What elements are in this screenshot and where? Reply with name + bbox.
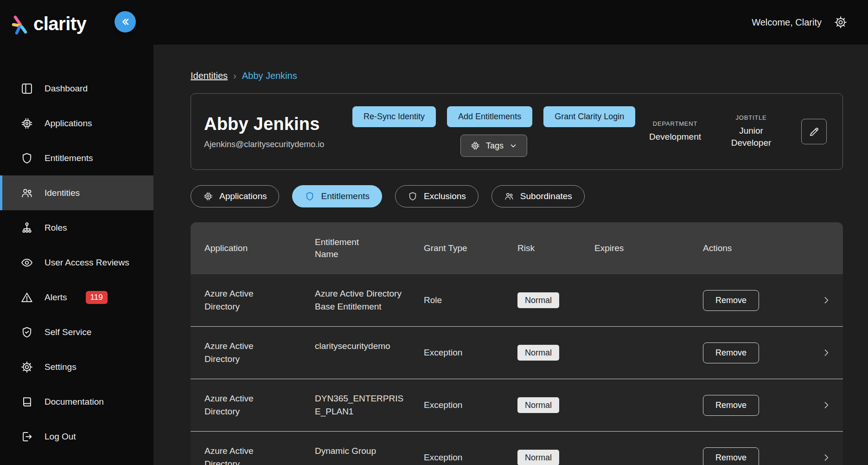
risk-badge: Normal: [517, 397, 559, 413]
col-header-entitlement-name: Entitlement Name: [315, 236, 380, 260]
col-header-risk: Risk: [517, 242, 594, 254]
remove-button[interactable]: Remove: [703, 447, 759, 465]
cell-risk: Normal: [517, 345, 594, 361]
chevron-right-icon[interactable]: [822, 348, 831, 357]
cell-entitlement-name: claritysecuritydemo: [315, 340, 408, 366]
detail-tabs: Applications Entitlements Exclusions: [191, 185, 843, 207]
cell-grant-type: Role: [424, 294, 517, 307]
breadcrumb-current: Abby Jenkins: [242, 71, 297, 81]
table-header-row: Application Entitlement Name Grant Type …: [191, 222, 843, 274]
sidebar-item-label: Entitlements: [45, 153, 93, 163]
cell-risk: Normal: [517, 450, 594, 465]
sidebar-item-label: User Access Reviews: [45, 258, 129, 268]
sidebar-item-label: Dashboard: [45, 84, 88, 94]
sidebar-item-label: Self Service: [45, 327, 91, 337]
shield-icon: [305, 191, 315, 201]
sidebar-item-documentation[interactable]: Documentation: [0, 384, 153, 419]
alerts-count-badge: 119: [86, 291, 108, 304]
identity-block: Abby Jenkins Ajenkins@claritysecuritydem…: [204, 114, 352, 149]
chevron-right-icon[interactable]: [822, 400, 831, 410]
sidebar-item-label: Roles: [45, 223, 67, 233]
table-row[interactable]: Azure Active Directory Azure Active Dire…: [191, 274, 843, 326]
cell-risk: Normal: [517, 397, 594, 413]
sidebar-item-roles[interactable]: Roles: [0, 210, 153, 245]
sidebar-item-settings[interactable]: Settings: [0, 349, 153, 384]
cell-grant-type: Exception: [424, 451, 517, 464]
cell-risk: Normal: [517, 292, 594, 308]
edit-identity-button[interactable]: [801, 119, 827, 144]
tab-label: Entitlements: [321, 191, 370, 201]
tab-label: Applications: [219, 191, 267, 201]
brand-logo-icon: [10, 12, 32, 35]
grant-clarity-login-button[interactable]: Grant Clarity Login: [543, 106, 635, 127]
sidebar-nav: Dashboard Applications Entitlements: [0, 71, 153, 454]
add-entitlements-button[interactable]: Add Entitlements: [447, 106, 532, 127]
department-block: DEPARTMENT Development: [649, 120, 701, 143]
chevron-right-icon[interactable]: [822, 296, 831, 305]
sidebar-item-label: Log Out: [45, 432, 76, 442]
settings-gear-icon[interactable]: [834, 15, 848, 29]
sidebar-item-applications[interactable]: Applications: [0, 106, 153, 141]
identity-name: Abby Jenkins: [204, 114, 352, 134]
department-label: DEPARTMENT: [649, 120, 701, 127]
dashboard-icon: [20, 82, 33, 95]
cell-grant-type: Exception: [424, 346, 517, 359]
cell-entitlement-name: Dynamic Group: [315, 445, 408, 465]
entitlements-table: Application Entitlement Name Grant Type …: [191, 222, 843, 465]
sidebar-item-label: Applications: [45, 118, 92, 129]
sidebar-item-dashboard[interactable]: Dashboard: [0, 71, 153, 106]
sidebar-item-identities[interactable]: Identities: [0, 175, 153, 210]
remove-button[interactable]: Remove: [703, 290, 759, 311]
cell-entitlement-name: Azure Active Directory Base Entitlement: [315, 287, 408, 313]
department-value: Development: [649, 131, 701, 143]
table-row[interactable]: Azure Active Directory Dynamic Group Exc…: [191, 431, 843, 465]
tab-applications[interactable]: Applications: [191, 185, 279, 207]
remove-button[interactable]: Remove: [703, 342, 759, 363]
cell-application: Azure Active Directory: [204, 392, 274, 418]
tab-entitlements[interactable]: Entitlements: [292, 185, 382, 207]
sidebar-collapse-button[interactable]: [115, 11, 136, 32]
sidebar-item-alerts[interactable]: Alerts 119: [0, 280, 153, 315]
breadcrumb-identities-link[interactable]: Identities: [191, 71, 228, 81]
risk-badge: Normal: [517, 292, 559, 308]
jobtitle-value: Junior Developer: [723, 125, 779, 149]
identity-meta: DEPARTMENT Development JOBTITLE Junior D…: [649, 114, 827, 149]
identity-email: Ajenkins@claritysecuritydemo.io: [204, 140, 352, 149]
main-content: Identities › Abby Jenkins Abby Jenkins A…: [153, 45, 868, 465]
chevron-down-icon: [509, 142, 517, 150]
table-row[interactable]: Azure Active Directory claritysecurityde…: [191, 326, 843, 379]
risk-badge: Normal: [517, 450, 559, 465]
sidebar-item-label: Identities: [45, 188, 80, 198]
breadcrumb-separator: ›: [233, 71, 236, 81]
people-icon: [20, 187, 33, 200]
identity-action-row: Re-Sync Identity Add Entitlements Grant …: [352, 106, 635, 127]
shield-icon: [408, 191, 418, 201]
resync-identity-button[interactable]: Re-Sync Identity: [352, 106, 436, 127]
sidebar-item-entitlements[interactable]: Entitlements: [0, 141, 153, 175]
eye-icon: [20, 256, 33, 269]
shield-check-icon: [20, 326, 33, 339]
remove-button[interactable]: Remove: [703, 395, 759, 416]
table-row[interactable]: Azure Active Directory DYN365_ENTERPRISE…: [191, 379, 843, 431]
welcome-text: Welcome, Clarity: [752, 17, 822, 28]
breadcrumb: Identities › Abby Jenkins: [191, 71, 843, 81]
cell-application: Azure Active Directory: [204, 340, 274, 366]
sidebar-item-self-service[interactable]: Self Service: [0, 315, 153, 349]
col-header-grant-type: Grant Type: [424, 242, 517, 254]
tab-subordinates[interactable]: Subordinates: [491, 185, 585, 207]
jobtitle-block: JOBTITLE Junior Developer: [723, 114, 779, 149]
chevron-right-icon[interactable]: [822, 453, 831, 462]
tab-exclusions[interactable]: Exclusions: [395, 185, 479, 207]
identity-profile-card: Abby Jenkins Ajenkins@claritysecuritydem…: [191, 93, 843, 170]
org-chart-icon: [20, 221, 33, 234]
sidebar-item-user-access-reviews[interactable]: User Access Reviews: [0, 245, 153, 280]
sidebar-item-label: Alerts: [45, 292, 67, 303]
cell-grant-type: Exception: [424, 399, 517, 412]
jobtitle-label: JOBTITLE: [723, 114, 779, 121]
sidebar-item-log-out[interactable]: Log Out: [0, 419, 153, 454]
sidebar-item-label: Documentation: [45, 397, 104, 407]
sidebar-item-label: Settings: [45, 362, 77, 372]
tags-dropdown-button[interactable]: Tags: [460, 135, 527, 157]
col-header-actions: Actions: [703, 242, 843, 254]
cell-application: Azure Active Directory: [204, 287, 274, 313]
